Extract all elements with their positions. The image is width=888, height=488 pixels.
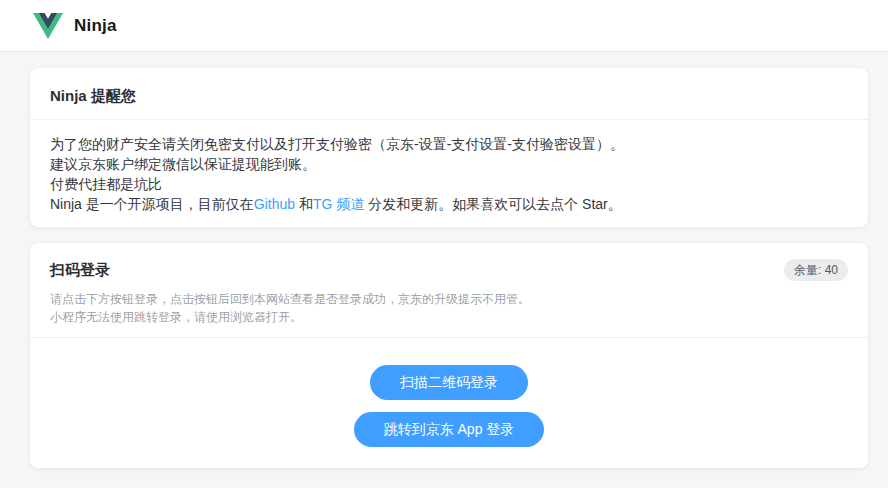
- jd-app-login-button[interactable]: 跳转到京东 App 登录: [354, 412, 545, 447]
- quota-badge: 余量: 40: [784, 259, 848, 281]
- notice-line-payment: 为了您的财产安全请关闭免密支付以及打开支付验密（京东-设置-支付设置-支付验密设…: [50, 134, 848, 154]
- login-card-title: 扫码登录: [50, 259, 110, 280]
- login-subtitle-miniprogram: 小程序无法使用跳转登录，请使用浏览器打开。: [50, 308, 848, 326]
- login-title-row: 扫码登录 余量: 40: [50, 259, 848, 281]
- notice-line-wechat: 建议京东账户绑定微信以保证提现能到账。: [50, 154, 848, 174]
- vue-logo-icon: [33, 13, 63, 39]
- notice-line-opensource: Ninja 是一个开源项目，目前仅在Github 和TG 频道 分发和更新。如果…: [50, 194, 848, 214]
- notice-line-warning: 付费代挂都是坑比: [50, 174, 848, 194]
- github-link[interactable]: Github: [254, 196, 295, 212]
- login-card-body: 扫描二维码登录 跳转到京东 App 登录: [30, 338, 868, 468]
- brand-title: Ninja: [74, 16, 117, 36]
- notice-card-body: 为了您的财产安全请关闭免密支付以及打开支付验密（京东-设置-支付设置-支付验密设…: [30, 120, 868, 227]
- app-header: Ninja: [0, 0, 888, 52]
- login-subtitle-instructions: 请点击下方按钮登录，点击按钮后回到本网站查看是否登录成功，京东的升级提示不用管。: [50, 290, 848, 308]
- scan-qr-login-button[interactable]: 扫描二维码登录: [370, 365, 528, 400]
- notice-card: Ninja 提醒您 为了您的财产安全请关闭免密支付以及打开支付验密（京东-设置-…: [30, 68, 868, 227]
- login-card-header: 扫码登录 余量: 40 请点击下方按钮登录，点击按钮后回到本网站查看是否登录成功…: [30, 243, 868, 338]
- tg-channel-link[interactable]: TG 频道: [313, 196, 364, 212]
- notice-card-title: Ninja 提醒您: [50, 87, 136, 104]
- notice-card-header: Ninja 提醒您: [30, 68, 868, 120]
- opensource-text-suffix: 分发和更新。如果喜欢可以去点个 Star。: [364, 196, 621, 212]
- opensource-text-prefix: Ninja 是一个开源项目，目前仅在: [50, 196, 254, 212]
- page-body: Ninja 提醒您 为了您的财产安全请关闭免密支付以及打开支付验密（京东-设置-…: [0, 52, 888, 484]
- opensource-text-connector: 和: [295, 196, 313, 212]
- login-card: 扫码登录 余量: 40 请点击下方按钮登录，点击按钮后回到本网站查看是否登录成功…: [30, 243, 868, 468]
